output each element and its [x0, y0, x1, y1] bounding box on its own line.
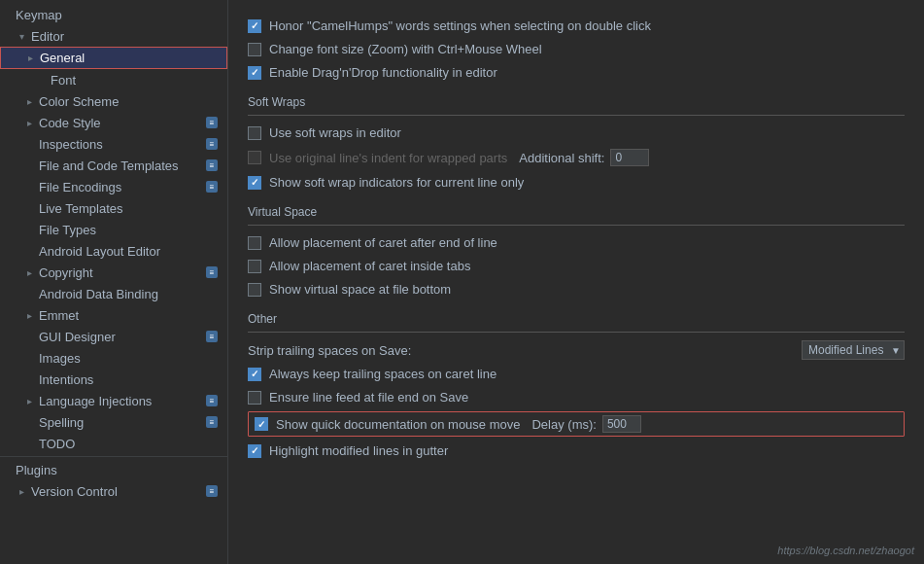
svg-text:≡: ≡ — [210, 161, 215, 170]
checkbox-row-line-feed-on-save: Ensure line feed at file end on Save — [248, 388, 905, 406]
sidebar-item-keymap[interactable]: Keymap — [0, 4, 227, 25]
delay-input[interactable] — [602, 415, 641, 433]
sidebar-item-label: Images — [39, 351, 220, 366]
checkbox-row-keep-trailing-spaces: Always keep trailing spaces on caret lin… — [248, 365, 905, 383]
checkbox-label-font-size-zoom: Change font size (Zoom) with Ctrl+Mouse … — [269, 42, 542, 56]
checkbox-use-soft-wraps[interactable] — [248, 126, 261, 140]
checkbox-row-quick-doc: Show quick documentation on mouse moveDe… — [248, 411, 905, 437]
chevron-placeholder — [23, 245, 35, 257]
chevron-icon: ▸ — [23, 266, 35, 278]
strip-trailing-spaces-row: Strip trailing spaces on Save:NoneModifi… — [248, 340, 905, 360]
svg-text:≡: ≡ — [210, 333, 215, 341]
checkbox-row-allow-caret-tabs: Allow placement of caret inside tabs — [248, 257, 905, 275]
checkbox-row-use-original-indent: Use original line's indent for wrapped p… — [248, 147, 905, 168]
sidebar-item-label: Android Layout Editor — [39, 244, 220, 259]
chevron-placeholder — [23, 438, 35, 449]
sidebar-item-live-templates[interactable]: Live Templates — [0, 197, 227, 219]
sidebar-item-color-scheme[interactable]: ▸Color Scheme — [0, 90, 227, 112]
sidebar-item-file-types[interactable]: File Types — [0, 219, 227, 240]
sidebar-item-label: Keymap — [16, 8, 220, 22]
chevron-placeholder — [23, 373, 35, 385]
chevron-icon: ▸ — [24, 53, 36, 64]
sidebar-item-android-layout-editor[interactable]: Android Layout Editor — [0, 240, 227, 262]
sidebar-item-label: Live Templates — [39, 201, 220, 216]
checkbox-drag-drop[interactable] — [248, 66, 261, 80]
chevron-placeholder — [23, 288, 35, 300]
checkbox-camel-humps[interactable] — [248, 19, 261, 33]
checkbox-label-use-original-indent: Use original line's indent for wrapped p… — [269, 151, 507, 165]
checkbox-row-allow-caret-end: Allow placement of caret after end of li… — [248, 233, 905, 252]
checkbox-label-keep-trailing-spaces: Always keep trailing spaces on caret lin… — [269, 367, 496, 381]
sidebar-item-images[interactable]: Images — [0, 347, 227, 369]
sidebar-item-label: Spelling — [39, 415, 204, 430]
sidebar-item-gui-designer[interactable]: GUI Designer≡ — [0, 326, 227, 347]
sidebar-item-label: File and Code Templates — [39, 159, 204, 173]
sidebar-item-label: Intentions — [39, 372, 220, 387]
section-title-virtual-space: Virtual Space — [248, 205, 905, 219]
sidebar-item-copyright[interactable]: ▸Copyright≡ — [0, 262, 227, 283]
sidebar-item-version-control[interactable]: ▸Version Control≡ — [0, 480, 227, 502]
settings-badge-icon: ≡ — [204, 483, 220, 499]
checkbox-label-show-virtual-space: Show virtual space at file bottom — [269, 282, 451, 297]
sidebar-item-editor[interactable]: ▾Editor — [0, 25, 227, 47]
checkbox-allow-caret-end[interactable] — [248, 236, 261, 250]
chevron-icon: ▾ — [16, 30, 27, 42]
checkbox-label-allow-caret-end: Allow placement of caret after end of li… — [269, 235, 497, 250]
sidebar-item-general[interactable]: ▸General — [0, 47, 227, 69]
chevron-placeholder — [23, 331, 35, 342]
checkbox-row-show-virtual-space: Show virtual space at file bottom — [248, 280, 905, 299]
sidebar-item-label: Emmet — [39, 308, 220, 323]
checkbox-quick-doc[interactable] — [255, 417, 268, 431]
settings-badge-icon: ≡ — [204, 414, 220, 430]
checkbox-row-camel-humps: Honor "CamelHumps" words settings when s… — [248, 17, 905, 35]
checkbox-row-font-size-zoom: Change font size (Zoom) with Ctrl+Mouse … — [248, 40, 905, 58]
chevron-placeholder — [23, 159, 35, 171]
sidebar-item-font[interactable]: Font — [0, 69, 227, 90]
checkbox-row-highlight-modified: Highlight modified lines in gutter — [248, 441, 905, 460]
checkbox-keep-trailing-spaces[interactable] — [248, 368, 261, 381]
sidebar-item-spelling[interactable]: Spelling≡ — [0, 411, 227, 433]
strip-trailing-label: Strip trailing spaces on Save: — [248, 343, 411, 358]
sidebar-item-intentions[interactable]: Intentions — [0, 369, 227, 390]
sidebar-item-label: Font — [51, 73, 220, 88]
sidebar-item-language-injections[interactable]: ▸Language Injections≡ — [0, 390, 227, 411]
checkbox-show-soft-wrap-indicators[interactable] — [248, 176, 261, 190]
checkbox-show-virtual-space[interactable] — [248, 283, 261, 297]
sidebar-item-android-data-binding[interactable]: Android Data Binding — [0, 283, 227, 304]
checkbox-row-use-soft-wraps: Use soft wraps in editor — [248, 123, 905, 142]
main-container: Keymap▾Editor▸GeneralFont▸Color Scheme▸C… — [0, 0, 924, 564]
settings-badge-icon: ≡ — [204, 136, 220, 152]
checkbox-row-show-soft-wrap-indicators: Show soft wrap indicators for current li… — [248, 173, 905, 192]
section-title-soft-wraps: Soft Wraps — [248, 95, 905, 109]
checkbox-highlight-modified[interactable] — [248, 444, 261, 458]
watermark: https://blog.csdn.net/zhaogot — [777, 545, 914, 556]
sidebar-item-label: Android Data Binding — [39, 287, 220, 301]
checkbox-use-original-indent[interactable] — [248, 151, 261, 164]
sidebar-item-code-style[interactable]: ▸Code Style≡ — [0, 112, 227, 133]
sidebar-item-plugins[interactable]: Plugins — [0, 459, 227, 480]
sidebar-item-emmet[interactable]: ▸Emmet — [0, 304, 227, 326]
chevron-placeholder — [23, 224, 35, 235]
svg-text:≡: ≡ — [210, 183, 215, 192]
sidebar-item-label: File Types — [39, 223, 220, 237]
checkbox-label-quick-doc: Show quick documentation on mouse move — [276, 417, 520, 432]
sidebar-item-label: Color Scheme — [39, 94, 220, 109]
checkbox-allow-caret-tabs[interactable] — [248, 260, 261, 273]
sidebar-item-file-encodings[interactable]: File Encodings≡ — [0, 176, 227, 197]
sidebar-item-label: Editor — [31, 29, 220, 44]
settings-badge-icon: ≡ — [204, 329, 220, 344]
extra-input-use-original-indent[interactable] — [610, 149, 649, 166]
sidebar-item-inspections[interactable]: Inspections≡ — [0, 133, 227, 155]
sidebar-item-file-code-templates[interactable]: File and Code Templates≡ — [0, 155, 227, 176]
sidebar-item-label: Plugins — [16, 463, 220, 477]
checkbox-font-size-zoom[interactable] — [248, 43, 261, 56]
sidebar-item-todo[interactable]: TODO — [0, 433, 227, 454]
checkbox-line-feed-on-save[interactable] — [248, 391, 261, 405]
checkbox-label-drag-drop: Enable Drag'n'Drop functionality in edit… — [269, 65, 497, 80]
chevron-placeholder — [23, 181, 35, 193]
svg-text:≡: ≡ — [210, 119, 215, 127]
svg-text:≡: ≡ — [210, 418, 215, 427]
strip-trailing-select[interactable]: NoneModified LinesAll — [802, 340, 905, 360]
sidebar: Keymap▾Editor▸GeneralFont▸Color Scheme▸C… — [0, 0, 228, 564]
svg-text:≡: ≡ — [210, 487, 215, 496]
